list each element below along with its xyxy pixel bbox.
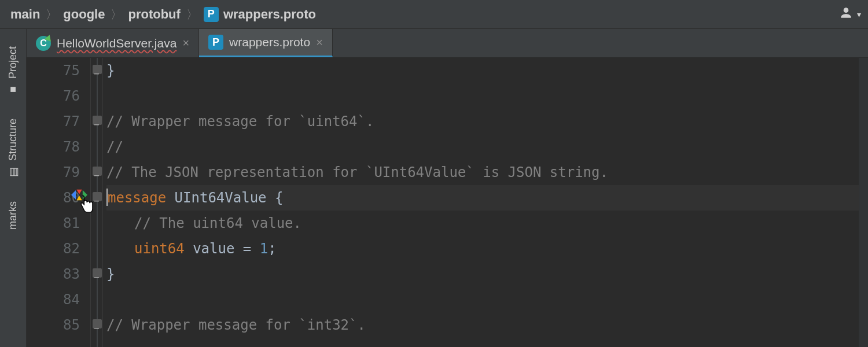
fold-toggle-icon[interactable] [93, 319, 102, 328]
tab-label: HelloWorldServer.java [57, 36, 176, 50]
chevron-down-icon: ▾ [857, 10, 861, 19]
proto-file-icon: P [204, 7, 219, 22]
code-token [251, 241, 259, 257]
code-token: // Wrapper message for `int32`. [106, 317, 366, 333]
tab-label: wrappers.proto [229, 35, 310, 49]
line-number: 76 [27, 83, 80, 109]
rail-tab-structure[interactable]: ▤ Structure [7, 119, 19, 178]
java-class-run-icon: C [36, 36, 51, 51]
account-widget[interactable]: ▾ [838, 5, 861, 23]
code-token: // The uint64 value. [134, 215, 301, 231]
proto-file-icon: P [208, 35, 223, 50]
folder-icon: ■ [7, 86, 19, 93]
tab-helloworldserver[interactable]: C HelloWorldServer.java × [27, 29, 199, 57]
user-icon [838, 5, 854, 23]
rail-tab-label: marks [7, 201, 19, 230]
line-number: 81 [27, 211, 80, 236]
fold-toggle-icon[interactable] [93, 192, 102, 201]
code-line[interactable]: // Wrapper message for `int32`. [106, 312, 859, 338]
code-token: = [243, 241, 251, 257]
breadcrumb-item[interactable]: main [10, 7, 40, 22]
chevron-right-icon: 〉 [46, 7, 57, 23]
breadcrumb: main 〉 google 〉 protobuf 〉 P wrappers.pr… [10, 6, 316, 22]
line-number: 77 [27, 109, 80, 134]
svg-marker-0 [71, 190, 76, 200]
code-token: 1 [260, 241, 268, 257]
fold-column[interactable] [90, 58, 103, 347]
code-editor[interactable]: 75 76 77 78 79 80 81 82 83 84 85 [27, 58, 868, 347]
code-token: // Wrapper message for `uint64`. [106, 113, 374, 130]
tab-wrappers-proto[interactable]: P wrappers.proto × [199, 29, 333, 57]
code-line[interactable]: } [106, 261, 859, 287]
structure-icon: ▤ [7, 167, 20, 177]
tool-window-rail: ■ Project ▤ Structure marks [0, 29, 27, 347]
gutter-run-icon[interactable] [71, 189, 87, 201]
rail-tab-label: Structure [7, 119, 19, 161]
fold-toggle-icon[interactable] [93, 167, 102, 176]
code-line[interactable]: // [106, 134, 859, 160]
code-token: // [106, 139, 123, 155]
code-token: } [106, 266, 115, 282]
editor-scrollbar[interactable] [859, 58, 868, 347]
code-content[interactable]: }// Wrapper message for `uint64`.//// Th… [103, 58, 859, 347]
close-icon[interactable]: × [316, 36, 323, 49]
fold-toggle-icon[interactable] [93, 268, 102, 278]
breadcrumb-item[interactable]: google [63, 7, 105, 22]
chevron-right-icon: 〉 [186, 7, 198, 23]
code-token [185, 241, 193, 257]
fold-toggle-icon[interactable] [93, 65, 102, 74]
line-number-gutter: 75 76 77 78 79 80 81 82 83 84 85 [27, 58, 90, 347]
code-token: } [106, 62, 115, 79]
code-token: uint64 [134, 241, 185, 257]
code-token: { [275, 190, 283, 206]
breadcrumb-bar: main 〉 google 〉 protobuf 〉 P wrappers.pr… [0, 0, 868, 29]
editor-tab-strip: C HelloWorldServer.java × P wrappers.pro… [27, 29, 868, 58]
line-number: 75 [27, 58, 80, 83]
rail-tab-project[interactable]: ■ Project [7, 46, 19, 95]
editor-area: C HelloWorldServer.java × P wrappers.pro… [27, 29, 868, 347]
line-number: 85 [27, 312, 80, 338]
code-token: UInt64Value [175, 190, 267, 206]
code-line[interactable] [106, 83, 859, 109]
code-token: value [193, 241, 234, 257]
line-number: 83 [27, 261, 80, 287]
code-token: message [108, 190, 166, 206]
code-token: // The JSON representation for `UInt64Va… [106, 164, 608, 180]
code-line[interactable]: uint64 value = 1; [106, 236, 859, 261]
code-token: ; [268, 241, 276, 257]
code-line[interactable]: message UInt64Value { [106, 185, 859, 211]
code-token [234, 241, 242, 257]
line-number: 82 [27, 236, 80, 261]
code-line[interactable]: } [106, 58, 859, 83]
svg-marker-2 [83, 190, 87, 200]
svg-marker-1 [76, 190, 82, 194]
code-line[interactable]: // The uint64 value. [106, 211, 859, 236]
chevron-right-icon: 〉 [111, 7, 122, 23]
code-token [166, 190, 174, 206]
rail-tab-label: Project [7, 46, 19, 79]
code-line[interactable]: // The JSON representation for `UInt64Va… [106, 160, 859, 185]
breadcrumb-file[interactable]: P wrappers.proto [204, 7, 316, 22]
code-line[interactable]: // Wrapper message for `uint64`. [106, 109, 859, 134]
breadcrumb-item[interactable]: protobuf [128, 7, 180, 22]
svg-marker-3 [76, 195, 82, 200]
line-number: 79 [27, 160, 80, 185]
fold-toggle-icon[interactable] [93, 116, 102, 125]
close-icon[interactable]: × [182, 36, 189, 50]
code-line[interactable] [106, 287, 859, 312]
rail-tab-bookmarks[interactable]: marks [7, 201, 19, 230]
line-number: 78 [27, 134, 80, 160]
code-token [267, 190, 275, 206]
line-number: 84 [27, 287, 80, 312]
breadcrumb-file-label: wrappers.proto [223, 7, 316, 22]
